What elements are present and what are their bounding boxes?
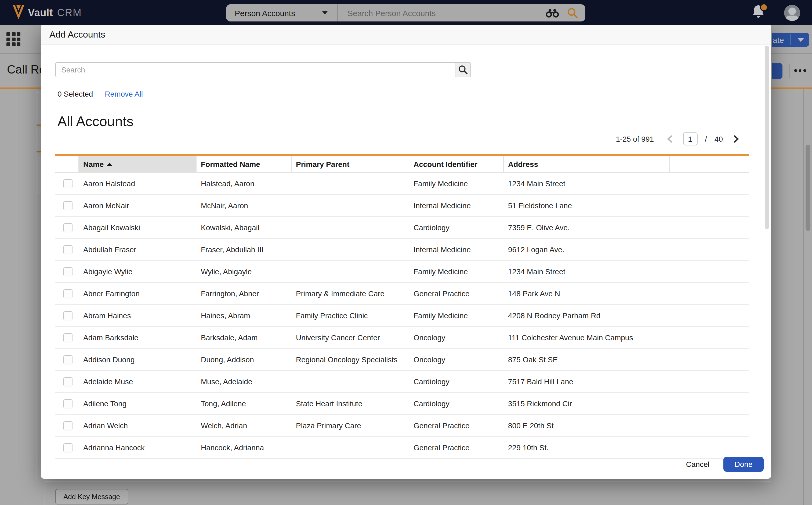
add-key-message-button[interactable]: Add Key Message (55, 489, 128, 504)
next-page-button[interactable] (730, 133, 741, 144)
cell-account-identifier: Internal Medicine (409, 245, 504, 254)
cell-formatted-name: McNair, Aaron (196, 201, 292, 210)
header-account-identifier[interactable]: Account Identifier (409, 156, 504, 172)
modal-title: Add Accounts (49, 29, 105, 40)
advanced-search-binoculars-icon[interactable] (545, 8, 560, 17)
modal-footer: Cancel Done (686, 457, 764, 472)
cell-formatted-name: Barksdale, Adam (196, 333, 292, 342)
top-navigation-bar: VaultCRM Person Accounts Search Person A… (0, 0, 812, 25)
cell-address: 1234 Main Street (504, 267, 670, 276)
background-card-fragment (36, 92, 41, 126)
account-search-input[interactable] (55, 62, 455, 77)
app-launcher-icon[interactable] (6, 32, 20, 46)
row-checkbox[interactable] (63, 311, 73, 320)
pagination-separator: / (705, 135, 707, 143)
row-checkbox[interactable] (63, 179, 73, 188)
vault-crm-logo[interactable]: VaultCRM (12, 5, 82, 20)
cell-account-identifier: Cardiology (409, 399, 504, 408)
user-avatar[interactable] (784, 5, 800, 21)
table-row[interactable]: Adilene Tong Tong, Adilene State Heart I… (55, 393, 749, 415)
header-formatted-name[interactable]: Formatted Name (196, 156, 292, 172)
background-action-divider (789, 64, 790, 78)
cell-formatted-name: Wylie, Abigayle (196, 267, 292, 276)
accounts-table: Name Formatted Name Primary Parent Accou… (55, 154, 749, 459)
background-orange-accent (36, 125, 41, 126)
account-search-button[interactable] (455, 62, 471, 77)
row-checkbox[interactable] (63, 399, 73, 408)
global-search-input[interactable]: Search Person Accounts (348, 8, 545, 17)
cell-formatted-name: Haines, Abram (196, 311, 292, 320)
pagination-total-pages: 40 (714, 135, 723, 143)
cell-primary-parent: Family Practice Clinic (292, 311, 409, 320)
page-scrollbar-thumb[interactable] (806, 145, 810, 231)
create-split-button[interactable]: ate (772, 33, 809, 47)
all-accounts-heading: All Accounts (57, 113, 133, 130)
table-row[interactable]: Addison Duong Duong, Addison Regional On… (55, 349, 749, 371)
more-actions-icon[interactable] (794, 69, 806, 72)
table-row[interactable]: Adrianna Hancock Hancock, Adrianna Gener… (55, 437, 749, 459)
brand-crm-text: CRM (57, 7, 82, 18)
row-checkbox[interactable] (63, 355, 73, 364)
cell-account-identifier: Family Medicine (409, 267, 504, 276)
cell-name: Adilene Tong (79, 399, 196, 408)
table-row[interactable]: Abram Haines Haines, Abram Family Practi… (55, 305, 749, 327)
row-checkbox[interactable] (63, 421, 73, 430)
add-accounts-modal: Add Accounts 0 Selected Remove All All A… (41, 24, 771, 479)
global-search-bar: Person Accounts Search Person Accounts (226, 4, 585, 21)
row-checkbox[interactable] (63, 201, 73, 210)
cell-primary-parent: Regional Oncology Specialists (292, 355, 409, 364)
avatar-head-shape (788, 7, 796, 15)
cell-address: 3515 Rickmond Cir (504, 399, 670, 408)
table-row[interactable]: Aaron Halstead Halstead, Aaron Family Me… (55, 173, 749, 195)
cell-account-identifier: Cardiology (409, 377, 504, 386)
background-primary-button-fragment[interactable] (772, 63, 783, 79)
previous-page-button[interactable] (665, 133, 675, 144)
modal-scrollbar-thumb[interactable] (765, 46, 769, 229)
header-name[interactable]: Name (79, 156, 196, 172)
header-primary-parent[interactable]: Primary Parent (292, 156, 409, 172)
table-body: Aaron Halstead Halstead, Aaron Family Me… (55, 173, 749, 459)
row-checkbox[interactable] (63, 267, 73, 276)
row-checkbox[interactable] (63, 443, 73, 452)
done-button[interactable]: Done (723, 457, 764, 472)
cell-formatted-name: Kowalski, Abagail (196, 223, 292, 232)
row-checkbox[interactable] (63, 289, 73, 298)
cell-address: 229 10th St. (504, 443, 670, 452)
brand-vault-text: Vault (28, 7, 53, 18)
notifications-button[interactable] (751, 4, 768, 20)
add-key-message-label: Add Key Message (63, 493, 120, 501)
create-button-label-fragment[interactable]: ate (773, 35, 790, 44)
table-row[interactable]: Abdullah Fraser Fraser, Abdullah III Int… (55, 239, 749, 261)
table-row[interactable]: Abigayle Wylie Wylie, Abigayle Family Me… (55, 261, 749, 283)
pagination: 1-25 of 991 / 40 (616, 132, 741, 145)
table-header-row: Name Formatted Name Primary Parent Accou… (55, 154, 749, 173)
remove-all-link[interactable]: Remove All (105, 90, 143, 98)
header-address[interactable]: Address (504, 156, 670, 172)
account-search-control (55, 62, 471, 77)
cell-formatted-name: Fraser, Abdullah III (196, 245, 292, 254)
row-checkbox[interactable] (63, 333, 73, 342)
search-icon[interactable] (567, 7, 578, 18)
table-row[interactable]: Abner Farrington Farrington, Abner Prima… (55, 283, 749, 305)
table-row[interactable]: Abagail Kowalski Kowalski, Abagail Cardi… (55, 217, 749, 239)
cell-account-identifier: Oncology (409, 333, 504, 342)
split-button-divider (790, 34, 791, 45)
row-checkbox[interactable] (63, 377, 73, 386)
page-number-input[interactable] (683, 132, 697, 145)
table-row[interactable]: Adrian Welch Welch, Adrian Plaza Primary… (55, 415, 749, 437)
table-row[interactable]: Aaron McNair McNair, Aaron Internal Medi… (55, 195, 749, 217)
cell-primary-parent: Plaza Primary Care (292, 421, 409, 430)
chevron-down-icon[interactable] (798, 38, 804, 42)
background-section-divider (44, 481, 771, 482)
row-checkbox[interactable] (63, 223, 73, 232)
search-scope-dropdown[interactable]: Person Accounts (226, 4, 337, 21)
cell-name: Adelaide Muse (79, 377, 196, 386)
search-divider (337, 4, 338, 21)
cell-name: Abram Haines (79, 311, 196, 320)
row-checkbox[interactable] (63, 245, 73, 254)
cell-primary-parent: University Cancer Center (292, 333, 409, 342)
cancel-button[interactable]: Cancel (686, 460, 709, 469)
table-row[interactable]: Adam Barksdale Barksdale, Adam Universit… (55, 327, 749, 349)
background-card-fragment (36, 129, 41, 152)
table-row[interactable]: Adelaide Muse Muse, Adelaide Cardiology … (55, 371, 749, 393)
